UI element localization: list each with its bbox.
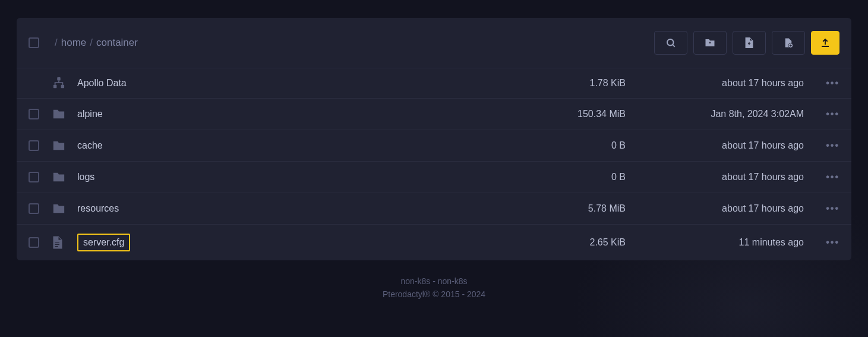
row-menu-button[interactable]: ••• [804, 203, 839, 214]
file-name[interactable]: alpine [77, 109, 519, 119]
file-row[interactable]: logs0 Babout 17 hours ago••• [17, 161, 851, 193]
file-size: 0 B [519, 172, 626, 182]
file-modified: about 17 hours ago [626, 140, 804, 151]
breadcrumb-home[interactable]: home [61, 37, 87, 49]
file-modified: about 17 hours ago [626, 203, 804, 214]
new-file-button[interactable] [772, 31, 805, 55]
file-size: 1.78 KiB [519, 78, 626, 89]
upload-icon [820, 37, 831, 48]
file-name[interactable]: Apollo Data [77, 78, 519, 89]
file-row[interactable]: Apollo Data1.78 KiBabout 17 hours ago••• [17, 68, 851, 98]
file-name[interactable]: server.cfg [77, 234, 519, 251]
file-size: 150.34 MiB [519, 109, 626, 119]
breadcrumb: / home / container [55, 37, 138, 49]
file-modified: about 17 hours ago [626, 78, 804, 89]
folder-plus-icon [705, 37, 715, 48]
file-list: Apollo Data1.78 KiBabout 17 hours ago•••… [17, 68, 851, 260]
file-row[interactable]: resources5.78 MiBabout 17 hours ago••• [17, 193, 851, 224]
row-menu-button[interactable]: ••• [804, 109, 839, 119]
file-size: 2.65 KiB [519, 237, 626, 248]
row-checkbox[interactable] [29, 237, 39, 248]
svg-rect-9 [55, 244, 60, 245]
svg-rect-6 [53, 85, 56, 88]
search-button[interactable] [654, 31, 687, 55]
footer-line1: non-k8s - non-k8s [0, 275, 868, 288]
file-plus-icon [783, 37, 794, 48]
file-name[interactable]: resources [77, 203, 519, 214]
file-icon [52, 236, 77, 249]
file-modified: Jan 8th, 2024 3:02AM [626, 109, 804, 119]
file-modified: about 17 hours ago [626, 172, 804, 182]
row-menu-button[interactable]: ••• [804, 237, 839, 248]
select-all-checkbox[interactable] [29, 37, 39, 48]
footer-line2: Pterodactyl® © 2015 - 2024 [0, 288, 868, 301]
file-manager-panel: / home / container Apollo Data1.78 KiBab… [17, 18, 851, 260]
file-name[interactable]: cache [77, 140, 519, 151]
row-checkbox[interactable] [29, 140, 39, 151]
folder-icon [52, 108, 77, 121]
folder-icon [52, 139, 77, 152]
breadcrumb-sep: / [90, 37, 93, 49]
file-size: 5.78 MiB [519, 203, 626, 214]
svg-line-1 [673, 45, 674, 46]
svg-rect-3 [709, 42, 710, 43]
upload-button[interactable] [811, 31, 839, 55]
new-folder-button[interactable] [693, 31, 727, 55]
file-row[interactable]: cache0 Babout 17 hours ago••• [17, 130, 851, 161]
row-checkbox[interactable] [29, 172, 39, 182]
file-size: 0 B [519, 140, 626, 151]
row-checkbox[interactable] [29, 203, 39, 214]
file-name[interactable]: logs [77, 172, 519, 182]
svg-rect-8 [55, 242, 60, 243]
svg-rect-10 [55, 246, 58, 247]
svg-rect-5 [57, 77, 60, 80]
file-row[interactable]: server.cfg2.65 KiB11 minutes ago••• [17, 224, 851, 260]
toolbar-buttons [654, 31, 839, 55]
svg-point-0 [667, 39, 674, 46]
row-menu-button[interactable]: ••• [804, 172, 839, 182]
file-download-icon [744, 37, 754, 48]
file-row[interactable]: alpine150.34 MiBJan 8th, 2024 3:02AM••• [17, 98, 851, 130]
folder-icon [52, 171, 77, 184]
network-icon [52, 77, 77, 89]
file-modified: 11 minutes ago [626, 237, 804, 248]
toolbar: / home / container [17, 18, 851, 68]
footer: non-k8s - non-k8s Pterodactyl® © 2015 - … [0, 275, 868, 301]
folder-icon [52, 202, 77, 215]
breadcrumb-container[interactable]: container [96, 37, 138, 49]
row-checkbox[interactable] [29, 109, 39, 119]
svg-rect-7 [61, 85, 64, 88]
row-menu-button[interactable]: ••• [804, 140, 839, 151]
search-icon [665, 37, 676, 48]
row-menu-button[interactable]: ••• [804, 78, 839, 89]
download-button[interactable] [733, 31, 766, 55]
breadcrumb-sep: / [55, 37, 58, 49]
